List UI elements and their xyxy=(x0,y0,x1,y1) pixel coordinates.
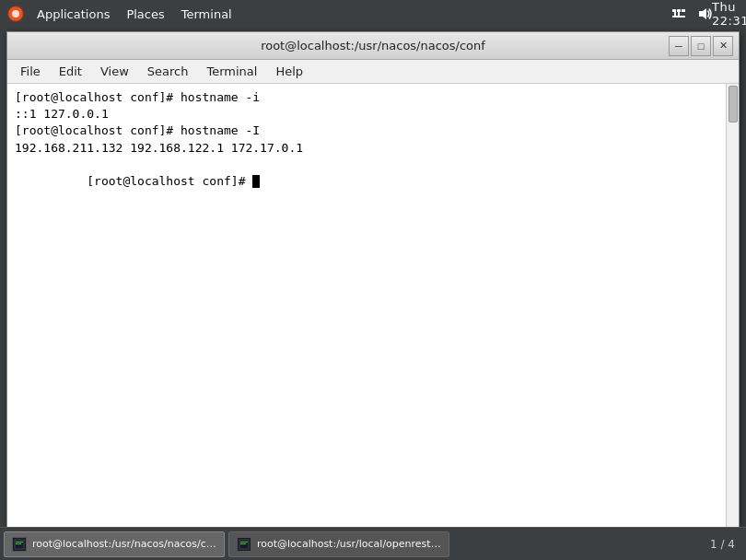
terminal-line-4: 192.168.211.132 192.168.122.1 172.17.0.1 xyxy=(15,140,718,157)
taskbar-item-2-text: root@localhost:/usr/local/openresty... xyxy=(257,538,441,550)
svg-rect-4 xyxy=(682,9,685,12)
terminal-line-5: [root@localhost conf]# xyxy=(15,157,718,207)
svg-point-1 xyxy=(12,10,19,18)
places-menu[interactable]: Places xyxy=(119,6,171,23)
volume-icon xyxy=(696,6,713,22)
maximize-button[interactable]: □ xyxy=(691,36,711,56)
svg-rect-2 xyxy=(672,9,676,12)
system-bar-left: Applications Places Terminal xyxy=(7,6,239,23)
svg-rect-3 xyxy=(677,9,681,12)
applications-menu[interactable]: Applications xyxy=(29,6,117,23)
window-controls: ─ □ ✕ xyxy=(669,36,733,56)
terminal-line-3: [root@localhost conf]# hostname -I xyxy=(15,122,718,139)
terminal-menu[interactable]: Terminal xyxy=(174,6,239,23)
taskbar-item-2[interactable]: root@localhost:/usr/local/openresty... xyxy=(228,531,449,557)
system-bar: Applications Places Terminal Thu 2 xyxy=(0,0,746,28)
menu-view[interactable]: View xyxy=(91,63,138,80)
svg-marker-8 xyxy=(699,8,706,19)
close-button[interactable]: ✕ xyxy=(713,36,733,56)
terminal-line-1: [root@localhost conf]# hostname -i xyxy=(15,89,718,106)
window-title: root@localhost:/usr/nacos/nacos/conf xyxy=(261,39,485,52)
network-icon xyxy=(670,6,687,22)
terminal-cursor xyxy=(252,175,260,188)
taskbar-item-2-icon xyxy=(237,537,251,552)
menu-file[interactable]: File xyxy=(11,63,50,80)
title-bar: root@localhost:/usr/nacos/nacos/conf ─ □… xyxy=(7,32,739,60)
svg-rect-5 xyxy=(674,12,676,16)
svg-rect-6 xyxy=(678,12,680,16)
taskbar-pager: 1 / 4 xyxy=(710,538,742,551)
menu-terminal[interactable]: Terminal xyxy=(197,63,266,80)
terminal-window: root@localhost:/usr/nacos/nacos/conf ─ □… xyxy=(6,31,740,529)
svg-rect-7 xyxy=(672,16,685,18)
svg-rect-11 xyxy=(16,543,21,544)
terminal-body: [root@localhost conf]# hostname -i ::1 1… xyxy=(7,84,739,528)
terminal-line-2: ::1 127.0.0.1 xyxy=(15,106,718,122)
menu-bar: File Edit View Search Terminal Help xyxy=(7,60,739,84)
window-area: root@localhost:/usr/nacos/nacos/conf ─ □… xyxy=(0,28,746,529)
system-bar-menu: Applications Places Terminal xyxy=(29,6,239,23)
clock-display: Thu 22:31 xyxy=(722,6,739,22)
taskbar-item-1[interactable]: root@localhost:/usr/nacos/nacos/co... xyxy=(4,531,225,557)
taskbar-item-1-text: root@localhost:/usr/nacos/nacos/co... xyxy=(32,538,216,550)
svg-rect-14 xyxy=(240,543,246,544)
svg-rect-13 xyxy=(240,542,248,542)
menu-search[interactable]: Search xyxy=(138,63,198,80)
scrollbar-thumb[interactable] xyxy=(729,86,738,122)
svg-rect-10 xyxy=(16,542,23,542)
taskbar: root@localhost:/usr/nacos/nacos/co... ro… xyxy=(0,527,746,560)
scrollbar-track[interactable] xyxy=(726,84,739,528)
menu-edit[interactable]: Edit xyxy=(50,63,91,80)
minimize-button[interactable]: ─ xyxy=(669,36,689,56)
terminal-content[interactable]: [root@localhost conf]# hostname -i ::1 1… xyxy=(7,84,726,528)
system-bar-right: Thu 22:31 xyxy=(670,6,739,22)
os-logo-icon xyxy=(7,6,24,22)
menu-help[interactable]: Help xyxy=(266,63,312,80)
taskbar-item-1-icon xyxy=(12,537,27,552)
